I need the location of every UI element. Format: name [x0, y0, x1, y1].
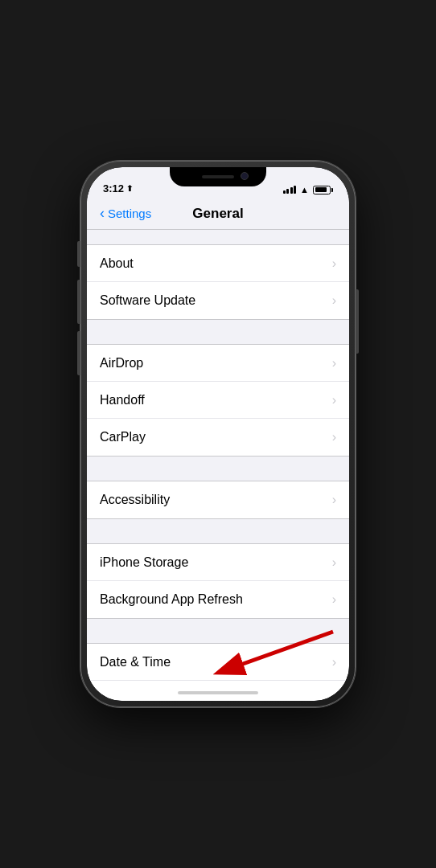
gap-2	[87, 457, 349, 481]
back-chevron-icon: ‹	[100, 206, 105, 220]
signal-strength	[283, 186, 297, 194]
home-indicator[interactable]	[87, 685, 349, 701]
background-app-refresh-right: ›	[332, 592, 336, 607]
gap-top	[87, 230, 349, 244]
settings-group-4: iPhone Storage › Background App Refresh …	[87, 543, 349, 619]
background-app-refresh-label: Background App Refresh	[100, 592, 243, 607]
airdrop-chevron-icon: ›	[332, 356, 336, 371]
settings-group-2: AirDrop › Handoff › CarPlay	[87, 344, 349, 457]
settings-group-5: Date & Time › Keyboard › Language & Regi…	[87, 643, 349, 685]
date-time-label: Date & Time	[100, 655, 171, 669]
accessibility-right: ›	[332, 493, 336, 507]
signal-bar-4	[294, 186, 296, 194]
settings-row-handoff[interactable]: Handoff ›	[87, 382, 349, 419]
navigation-bar: ‹ Settings General	[87, 198, 349, 230]
settings-content: About › Software Update ›	[87, 230, 349, 685]
about-right: ›	[332, 256, 336, 271]
airdrop-right: ›	[332, 356, 336, 371]
volume-up-button[interactable]	[77, 280, 80, 324]
status-icons: ▲	[283, 185, 333, 194]
carplay-label: CarPlay	[100, 430, 146, 444]
home-bar	[178, 691, 258, 694]
software-update-right: ›	[332, 293, 336, 308]
accessibility-label: Accessibility	[100, 493, 170, 507]
background-app-refresh-chevron-icon: ›	[332, 592, 336, 607]
handoff-right: ›	[332, 393, 336, 407]
handoff-label: Handoff	[100, 393, 145, 407]
front-camera	[241, 172, 249, 180]
status-time: 3:12 ⬆	[103, 182, 133, 194]
settings-row-about[interactable]: About ›	[87, 245, 349, 282]
software-update-label: Software Update	[100, 293, 195, 308]
gap-3	[87, 519, 349, 543]
phone-device: 3:12 ⬆ ▲	[80, 161, 356, 707]
settings-row-accessibility[interactable]: Accessibility ›	[87, 481, 349, 518]
phone-screen: 3:12 ⬆ ▲	[87, 167, 349, 701]
battery-fill	[315, 187, 327, 192]
settings-row-keyboard[interactable]: Keyboard ›	[87, 681, 349, 685]
notch	[170, 167, 266, 186]
software-update-chevron-icon: ›	[332, 293, 336, 308]
settings-group-1: About › Software Update ›	[87, 244, 349, 320]
screen-border: 3:12 ⬆ ▲	[87, 167, 349, 701]
power-button[interactable]	[356, 289, 359, 354]
settings-row-airdrop[interactable]: AirDrop ›	[87, 345, 349, 382]
wifi-icon: ▲	[300, 185, 309, 194]
accessibility-chevron-icon: ›	[332, 493, 336, 507]
settings-row-carplay[interactable]: CarPlay ›	[87, 419, 349, 456]
page-title: General	[192, 206, 243, 222]
date-time-chevron-icon: ›	[332, 655, 336, 669]
carplay-chevron-icon: ›	[332, 430, 336, 444]
settings-row-background-app-refresh[interactable]: Background App Refresh ›	[87, 581, 349, 618]
settings-row-date-time[interactable]: Date & Time ›	[87, 644, 349, 681]
settings-row-software-update[interactable]: Software Update ›	[87, 282, 349, 319]
iphone-storage-chevron-icon: ›	[332, 555, 336, 570]
carplay-right: ›	[332, 430, 336, 444]
signal-bar-3	[290, 187, 293, 194]
signal-bar-1	[283, 190, 286, 194]
handoff-chevron-icon: ›	[332, 393, 336, 407]
battery-icon	[313, 186, 333, 194]
time-display: 3:12	[103, 182, 124, 194]
gap-1	[87, 320, 349, 344]
settings-group-3: Accessibility ›	[87, 481, 349, 519]
signal-bar-2	[286, 189, 289, 194]
gap-4	[87, 619, 349, 643]
speaker	[202, 175, 234, 178]
battery-body	[313, 186, 331, 194]
iphone-storage-label: iPhone Storage	[100, 555, 188, 570]
mute-button[interactable]	[77, 241, 80, 267]
iphone-storage-right: ›	[332, 555, 336, 570]
about-label: About	[100, 256, 134, 271]
back-label: Settings	[108, 207, 151, 220]
back-button[interactable]: ‹ Settings	[100, 207, 151, 220]
about-chevron-icon: ›	[332, 256, 336, 271]
battery-tip	[331, 188, 333, 192]
date-time-right: ›	[332, 655, 336, 669]
airdrop-label: AirDrop	[100, 356, 143, 371]
settings-row-iphone-storage[interactable]: iPhone Storage ›	[87, 544, 349, 581]
volume-down-button[interactable]	[77, 331, 80, 375]
location-icon: ⬆	[126, 184, 133, 193]
